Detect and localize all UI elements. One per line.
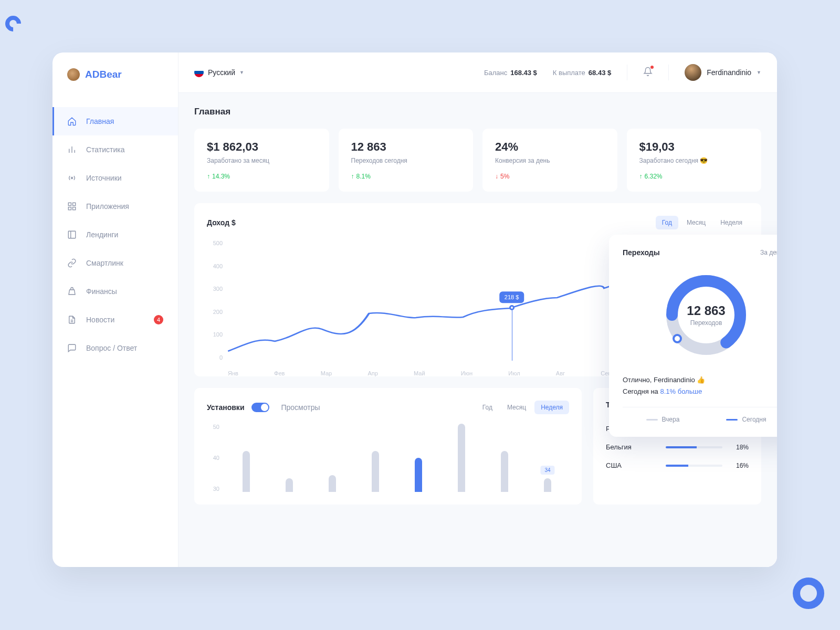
- svg-rect-5: [68, 231, 76, 238]
- stats-icon: [67, 145, 77, 154]
- stat-card-conversion: 24% Конверсия за день ↓5%: [482, 129, 617, 192]
- card-title: Установки: [207, 403, 244, 412]
- tab-month[interactable]: Месяц: [501, 401, 532, 414]
- svg-rect-4: [73, 207, 76, 210]
- bar[interactable]: [329, 475, 336, 492]
- stat-card-earned-today: $19,03 Заработано сегодня 😎 ↑6.32%: [627, 129, 762, 192]
- bar[interactable]: [286, 478, 293, 492]
- country-row: Бельгия18%: [606, 438, 749, 456]
- bar-chart: 504030 34: [207, 424, 569, 492]
- sidebar-item-home[interactable]: Главная: [52, 107, 178, 135]
- language-label: Русский: [208, 68, 235, 77]
- header: Русский ▼ Баланс168.43 $ К выплате68.43 …: [178, 52, 777, 93]
- arrow-down-icon: ↓: [495, 173, 498, 180]
- bar[interactable]: [243, 451, 250, 492]
- svg-point-0: [71, 177, 73, 179]
- grid-icon: [67, 202, 77, 211]
- sidebar-item-stats[interactable]: Статистика: [52, 135, 178, 164]
- username: Ferdinandinio: [707, 68, 751, 77]
- money-icon: [67, 287, 77, 296]
- arrow-up-icon: ↑: [639, 173, 643, 180]
- brand-logo[interactable]: ADBear: [52, 52, 178, 107]
- content: Главная $1 862,03 Заработано за месяц ↑1…: [178, 93, 777, 567]
- sidebar-item-news[interactable]: Новости 4: [52, 306, 178, 334]
- nav-label: Приложения: [86, 202, 129, 211]
- tab-month[interactable]: Месяц: [680, 216, 712, 229]
- nav-label: Источники: [86, 174, 122, 182]
- chevron-down-icon: ▼: [239, 70, 244, 75]
- tab-year[interactable]: Год: [656, 216, 678, 229]
- change-up: ↑6.32%: [639, 173, 749, 180]
- bar[interactable]: 34: [544, 478, 551, 492]
- user-menu[interactable]: Ferdinandinio ▼: [685, 64, 761, 81]
- arrow-up-icon: ↑: [207, 173, 210, 180]
- sidebar-item-apps[interactable]: Приложения: [52, 192, 178, 220]
- file-icon: [67, 315, 77, 324]
- home-icon: [67, 117, 77, 126]
- change-up: ↑14.3%: [207, 173, 317, 180]
- arrow-up-icon: ↑: [351, 173, 354, 180]
- donut-chart: 12 863 Переходов: [662, 270, 751, 360]
- sidebar-item-landings[interactable]: Лендинги: [52, 220, 178, 249]
- svg-rect-3: [68, 207, 71, 210]
- sidebar-item-sources[interactable]: Источники: [52, 164, 178, 192]
- app-window: ADBear Главная Статистика Источники Прил…: [52, 52, 777, 567]
- change-down: ↓5%: [495, 173, 605, 180]
- stat-card-earned-month: $1 862,03 Заработано за месяц ↑14.3%: [194, 129, 329, 192]
- nav-label: Смартлинк: [86, 259, 123, 267]
- legend: Вчера Сегодня: [623, 407, 777, 423]
- page-title: Главная: [194, 107, 761, 117]
- stat-card-transitions: 12 863 Переходов сегодня ↑8.1%: [339, 129, 474, 192]
- bar[interactable]: [501, 451, 508, 492]
- period-selector[interactable]: За день ▼: [760, 249, 777, 256]
- bar[interactable]: [415, 458, 422, 492]
- sidebar-item-smartlink[interactable]: Смартлинк: [52, 249, 178, 277]
- nav-label: Вопрос / Ответ: [86, 344, 137, 352]
- country-row: США16%: [606, 456, 749, 475]
- bar[interactable]: [372, 451, 379, 492]
- sidebar-item-finance[interactable]: Финансы: [52, 277, 178, 306]
- nav-label: Финансы: [86, 287, 117, 296]
- tab-year[interactable]: Год: [476, 401, 499, 414]
- svg-rect-2: [73, 203, 76, 205]
- language-selector[interactable]: Русский ▼: [194, 68, 244, 77]
- chart-tooltip: 218 $: [499, 291, 524, 303]
- balance-display: Баланс168.43 $: [484, 69, 537, 77]
- tab-week[interactable]: Неделя: [534, 401, 569, 414]
- transitions-message: Отлично, Ferdinandinio 👍 Сегодня на 8.1%…: [623, 374, 777, 397]
- bar[interactable]: [458, 424, 465, 492]
- chevron-down-icon: ▼: [757, 70, 761, 75]
- sidebar: ADBear Главная Статистика Источники Прил…: [52, 52, 178, 567]
- news-badge: 4: [154, 315, 163, 324]
- bear-icon: [67, 68, 80, 81]
- tab-week[interactable]: Неделя: [714, 216, 749, 229]
- sidebar-item-faq[interactable]: Вопрос / Ответ: [52, 334, 178, 362]
- transitions-card: Переходы За день ▼ 12 863 Переходов: [609, 235, 777, 437]
- broadcast-icon: [67, 173, 77, 183]
- nav-label: Статистика: [86, 145, 125, 154]
- period-tabs: Год Месяц Неделя: [476, 401, 569, 414]
- period-tabs: Год Месяц Неделя: [656, 216, 749, 229]
- svg-rect-1: [68, 203, 71, 205]
- nav-label: Новости: [86, 316, 114, 324]
- nav: Главная Статистика Источники Приложения …: [52, 107, 178, 362]
- change-up: ↑8.1%: [351, 173, 461, 180]
- ru-flag-icon: [194, 68, 204, 77]
- nav-label: Лендинги: [86, 230, 118, 239]
- main: Русский ▼ Баланс168.43 $ К выплате68.43 …: [178, 52, 777, 567]
- notifications-button[interactable]: [643, 67, 653, 78]
- brand-name: ADBear: [85, 69, 122, 80]
- stats-row: $1 862,03 Заработано за месяц ↑14.3% 12 …: [194, 129, 761, 192]
- views-toggle[interactable]: [251, 403, 269, 412]
- payout-display: К выплате68.43 $: [553, 69, 611, 77]
- installs-card: Установки Просмотры Год Месяц Неделя 504…: [194, 388, 582, 505]
- layout-icon: [67, 230, 77, 239]
- chat-icon: [67, 343, 77, 353]
- link-icon: [67, 258, 77, 268]
- nav-label: Главная: [86, 117, 114, 125]
- card-title: Доход $: [207, 218, 236, 227]
- avatar: [685, 64, 701, 81]
